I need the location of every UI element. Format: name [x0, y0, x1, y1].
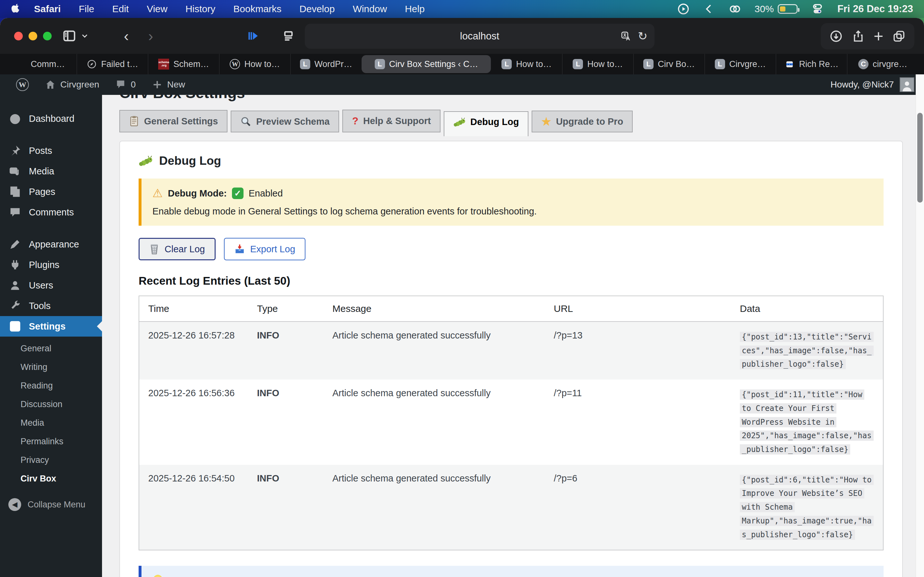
submenu-privacy[interactable]: Privacy: [0, 451, 102, 469]
export-log-button[interactable]: Export Log: [224, 238, 305, 260]
submenu-cirv-box[interactable]: Cirv Box: [0, 469, 102, 488]
menu-help[interactable]: Help: [396, 3, 434, 15]
comments-button[interactable]: 0: [109, 74, 142, 95]
safari-tab-3[interactable]: schema.org Schem…: [148, 54, 219, 74]
safari-tab-1[interactable]: Comm…: [6, 54, 77, 74]
new-tab-button[interactable]: +: [874, 28, 883, 45]
safari-tab-2[interactable]: Failed t…: [77, 54, 148, 74]
step-forward-icon[interactable]: [246, 25, 260, 47]
control-center-icon[interactable]: [812, 3, 823, 15]
sidebar-item-comments[interactable]: Comments: [0, 202, 102, 222]
settings-icon: [9, 320, 21, 332]
apple-menu-icon[interactable]: [11, 2, 25, 16]
new-content-button[interactable]: New: [145, 74, 192, 95]
safari-tab-6-active[interactable]: L Cirv Box Settings ‹ C…: [362, 55, 491, 73]
sidebar-item-settings[interactable]: Settings: [0, 316, 102, 337]
desktop: Safari File Edit View History Bookmarks …: [0, 0, 924, 577]
safari-tab-12[interactable]: C cirvgre…: [847, 54, 918, 74]
table-header-row: Time Type Message URL Data: [139, 296, 883, 322]
account-menu[interactable]: Howdy, @Nick7: [830, 77, 914, 92]
safari-tab-8[interactable]: L How to…: [562, 54, 633, 74]
debug-mode-value: Enabled: [249, 188, 283, 199]
l-favicon: L: [375, 59, 385, 69]
debug-mode-description: Enable debug mode in General Settings to…: [152, 206, 873, 217]
tab-overview-button[interactable]: [893, 30, 905, 43]
address-bar[interactable]: localhost ↻: [305, 24, 654, 49]
safari-tab-4[interactable]: W How to…: [219, 54, 290, 74]
sidebar-item-users[interactable]: Users: [0, 275, 102, 295]
avatar: [900, 77, 914, 92]
cell-time: 2025-12-26 16:56:36: [139, 380, 248, 465]
battery-status[interactable]: 30%: [754, 3, 798, 15]
menu-window[interactable]: Window: [344, 3, 396, 15]
sidebar-item-appearance[interactable]: Appearance: [0, 234, 102, 255]
submenu-media[interactable]: Media: [0, 414, 102, 432]
submenu-general[interactable]: General: [0, 339, 102, 358]
collapse-menu-button[interactable]: ◀ Collapse Menu: [0, 494, 102, 515]
sidebar-item-plugins[interactable]: Plugins: [0, 255, 102, 275]
menubar-clock[interactable]: Fri 26 Dec 19:23: [837, 3, 913, 15]
usage-tip-box: Using the Debug Log: [139, 566, 884, 577]
reload-icon[interactable]: ↻: [638, 31, 648, 42]
forward-button[interactable]: ›: [148, 25, 153, 47]
sidebar-item-media[interactable]: Media: [0, 161, 102, 181]
tab-preview-schema[interactable]: Preview Schema: [231, 111, 339, 132]
playback-status-icon[interactable]: [678, 3, 689, 15]
menu-history[interactable]: History: [176, 3, 224, 15]
safari-tab-10[interactable]: L Cirvgre…: [704, 54, 776, 74]
back-chevron-status-icon[interactable]: [703, 3, 715, 15]
tab-general-settings[interactable]: General Settings: [120, 110, 228, 132]
comments-icon: [9, 206, 21, 218]
menu-edit[interactable]: Edit: [103, 3, 138, 15]
tab-upgrade-pro[interactable]: ★ Upgrade to Pro: [531, 111, 633, 132]
menu-view[interactable]: View: [137, 3, 176, 15]
sidebar-item-dashboard[interactable]: Dashboard: [0, 108, 102, 129]
safari-tab-5[interactable]: L WordPr…: [290, 54, 362, 74]
warning-icon: ⚠: [152, 187, 163, 199]
translate-icon[interactable]: [620, 31, 632, 42]
table-row: 2025-12-26 16:54:50 INFO Article schema …: [139, 465, 883, 550]
submenu-reading[interactable]: Reading: [0, 376, 102, 395]
back-button[interactable]: ‹: [124, 25, 129, 47]
scrollbar-thumb[interactable]: [917, 113, 923, 203]
menu-develop[interactable]: Develop: [290, 3, 344, 15]
tab-help-support[interactable]: ? Help & Support: [342, 110, 441, 132]
close-window-button[interactable]: [14, 32, 23, 40]
submenu-writing[interactable]: Writing: [0, 358, 102, 376]
chevron-down-icon: [80, 31, 89, 40]
tab-debug-log[interactable]: Debug Log: [444, 111, 528, 136]
clear-log-button[interactable]: Clear Log: [139, 238, 216, 260]
minimize-window-button[interactable]: [29, 32, 37, 40]
toolbar-right-cluster: +: [821, 23, 914, 49]
cell-data: {"post_id":13,"title":"Services","has_im…: [731, 322, 883, 380]
menu-bookmarks[interactable]: Bookmarks: [224, 3, 290, 15]
site-name-button[interactable]: Cirvgreen: [39, 74, 105, 95]
sidebar-item-tools[interactable]: Tools: [0, 295, 102, 316]
check-icon: ✓: [232, 187, 244, 199]
page-scrollbar[interactable]: [916, 74, 924, 577]
wp-logo-button[interactable]: W: [10, 74, 35, 95]
macos-menu-bar: Safari File Edit View History Bookmarks …: [0, 0, 924, 18]
menu-safari[interactable]: Safari: [25, 3, 69, 15]
safari-tab-11[interactable]: Rich Re…: [776, 54, 847, 74]
reader-layout-icon[interactable]: [282, 25, 294, 47]
url-text: localhost: [460, 31, 499, 42]
pages-icon: [9, 185, 21, 198]
share-button[interactable]: [852, 30, 865, 43]
sidebar-item-posts[interactable]: Posts: [0, 140, 102, 161]
sidebar-item-pages[interactable]: Pages: [0, 181, 102, 202]
cell-message: Article schema generated successfully: [323, 322, 545, 380]
settings-submenu: General Writing Reading Discussion Media…: [0, 337, 102, 489]
zoom-window-button[interactable]: [43, 32, 52, 40]
log-table: Time Type Message URL Data 2025-12-26 16…: [139, 295, 884, 550]
menu-file[interactable]: File: [69, 3, 103, 15]
link-icon[interactable]: [729, 3, 740, 15]
safari-toolbar: ‹ › localhost ↻ +: [0, 18, 924, 54]
submenu-discussion[interactable]: Discussion: [0, 395, 102, 414]
submenu-permalinks[interactable]: Permalinks: [0, 432, 102, 451]
safari-tab-9[interactable]: L Cirv Bo…: [633, 54, 704, 74]
ms-grid-favicon: [18, 60, 27, 69]
sidebar-toggle-button[interactable]: [63, 25, 89, 47]
safari-tab-7[interactable]: L How to…: [491, 54, 562, 74]
downloads-button[interactable]: [830, 30, 843, 43]
